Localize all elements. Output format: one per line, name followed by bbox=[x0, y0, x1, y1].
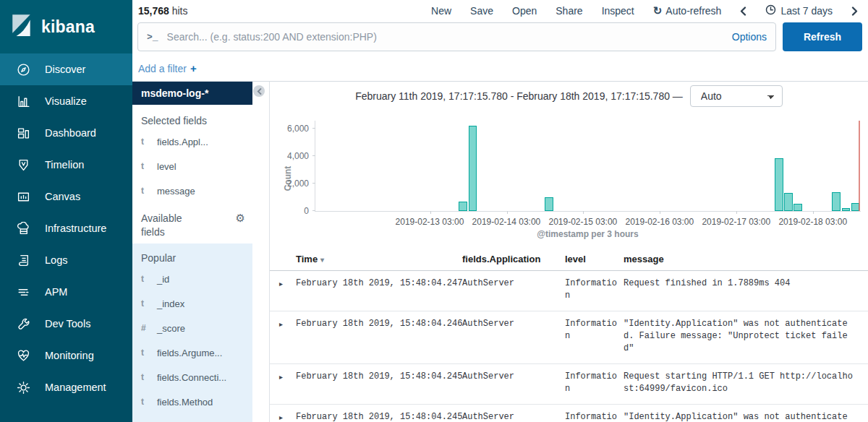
field-item[interactable]: t fields.Appl... bbox=[132, 129, 252, 154]
time-range-text: February 11th 2019, 17:17:15.780 - Febru… bbox=[355, 90, 683, 102]
sidebar-item-visualize[interactable]: Visualize bbox=[0, 85, 132, 117]
histogram-bar[interactable] bbox=[784, 193, 793, 211]
open-button[interactable]: Open bbox=[512, 5, 537, 17]
popular-fields-section: Popular t _id t _index # _score bbox=[132, 244, 252, 422]
histogram-header: February 11th 2019, 17:17:15.780 - Febru… bbox=[270, 82, 868, 111]
time-back-chevron[interactable] bbox=[740, 7, 746, 16]
add-filter-button[interactable]: Add a filter+ bbox=[138, 62, 197, 74]
histogram-bar[interactable] bbox=[469, 126, 477, 211]
sidebar-item-label: Discover bbox=[45, 64, 85, 75]
discover-main: February 11th 2019, 17:17:15.780 - Febru… bbox=[270, 82, 868, 422]
search-input[interactable] bbox=[167, 31, 725, 43]
kibana-app: kibana Discover Visualize Dashboard Time… bbox=[0, 0, 868, 422]
expand-row-caret[interactable]: ▸ bbox=[270, 277, 296, 302]
expand-row-caret[interactable]: ▸ bbox=[270, 371, 296, 395]
histogram-bar[interactable] bbox=[775, 158, 783, 211]
fields-sidebar: msdemo-log-* Selected fields t fields.Ap… bbox=[132, 82, 270, 422]
sidebar-item-dev-tools[interactable]: Dev Tools bbox=[0, 308, 132, 340]
cell-message: Request finished in 1.7889ms 404 bbox=[624, 277, 864, 302]
column-header-message[interactable]: message bbox=[624, 254, 864, 264]
refresh-button[interactable]: Refresh bbox=[783, 22, 862, 51]
table-row: ▸ February 18th 2019, 15:48:04.245 AuthS… bbox=[270, 405, 868, 422]
index-pattern-selector[interactable]: msdemo-log-* bbox=[132, 82, 252, 105]
x-axis-tick-label: 2019-02-18 03:00 bbox=[778, 217, 847, 227]
cell-level: Information bbox=[565, 371, 624, 395]
field-item[interactable]: t level bbox=[132, 154, 252, 178]
share-button[interactable]: Share bbox=[556, 5, 582, 17]
sidebar-item-label: Logs bbox=[45, 254, 67, 266]
sidebar-item-label: Canvas bbox=[45, 191, 80, 202]
column-header-time[interactable]: Time▾ bbox=[296, 254, 462, 264]
time-forward-chevron[interactable] bbox=[851, 7, 858, 16]
top-bar: 15,768 hits New Save Open Share Inspect … bbox=[132, 0, 868, 22]
table-header-row: Time▾ fields.Application level message bbox=[270, 254, 868, 271]
cell-time: February 18th 2019, 15:48:04.247 bbox=[296, 277, 462, 302]
histogram-bar[interactable] bbox=[832, 192, 841, 211]
histogram-bar[interactable] bbox=[459, 202, 467, 211]
cell-application: AuthServer bbox=[462, 411, 565, 422]
search-box[interactable]: >_ Options bbox=[137, 22, 776, 51]
inspect-button[interactable]: Inspect bbox=[602, 5, 634, 17]
sidebar-item-canvas[interactable]: Canvas bbox=[0, 181, 132, 212]
dashboard-grid-icon bbox=[16, 126, 30, 140]
histogram-bar[interactable] bbox=[793, 204, 802, 211]
easel-icon bbox=[16, 189, 30, 204]
collapse-sidebar-button[interactable] bbox=[253, 85, 265, 97]
kibana-logo-block[interactable]: kibana bbox=[0, 0, 132, 53]
field-item[interactable]: t fields.Argume... bbox=[132, 340, 252, 365]
sidebar-item-label: Management bbox=[45, 382, 106, 393]
field-item[interactable]: # _score bbox=[132, 316, 252, 340]
cell-time: February 18th 2019, 15:48:04.245 bbox=[296, 411, 462, 422]
gear-icon bbox=[16, 380, 30, 395]
sidebar-item-dashboard[interactable]: Dashboard bbox=[0, 117, 132, 149]
y-axis-tick-label: 2,000 bbox=[287, 178, 309, 189]
field-item[interactable]: t fields.Request... bbox=[132, 414, 252, 422]
histogram-chart: Count 02,0004,0006,000 2019-02-13 03:002… bbox=[315, 121, 861, 239]
field-type-icon: t bbox=[141, 298, 151, 309]
cell-application: AuthServer bbox=[462, 277, 565, 302]
x-axis-tick-label: 2019-02-13 03:00 bbox=[396, 217, 464, 227]
auto-refresh-button[interactable]: ↻Auto-refresh bbox=[653, 4, 722, 17]
cell-application: AuthServer bbox=[462, 318, 565, 355]
selected-fields-header: Selected fields bbox=[132, 105, 252, 129]
column-header-application[interactable]: fields.Application bbox=[462, 254, 565, 264]
compass-icon bbox=[16, 62, 30, 77]
field-item[interactable]: t fields.Method bbox=[132, 389, 252, 414]
sidebar-item-label: Infrastructure bbox=[45, 223, 106, 234]
sidebar-item-discover[interactable]: Discover bbox=[0, 53, 132, 85]
sidebar-item-logs[interactable]: Logs bbox=[0, 244, 132, 276]
interval-select[interactable]: Auto bbox=[690, 85, 783, 107]
sidebar-item-apm[interactable]: APM bbox=[0, 276, 132, 308]
sidebar-item-label: Monitoring bbox=[45, 350, 94, 361]
save-button[interactable]: Save bbox=[470, 5, 493, 17]
documents-table: Time▾ fields.Application level message ▸… bbox=[270, 254, 868, 422]
field-item[interactable]: t _index bbox=[132, 291, 252, 316]
cell-level: Information bbox=[565, 411, 624, 422]
field-settings-gear-icon[interactable]: ⚙ bbox=[236, 212, 245, 239]
query-bar: >_ Options Refresh bbox=[132, 22, 868, 55]
sidebar-item-infrastructure[interactable]: Infrastructure bbox=[0, 212, 132, 244]
sidebar-item-monitoring[interactable]: Monitoring bbox=[0, 340, 132, 371]
bar-chart-icon bbox=[16, 94, 30, 108]
field-item[interactable]: t message bbox=[132, 178, 252, 203]
column-header-level[interactable]: level bbox=[565, 254, 624, 264]
sidebar-item-management[interactable]: Management bbox=[0, 371, 132, 403]
histogram-plot: 02,0004,0006,000 bbox=[315, 121, 861, 212]
expand-row-caret[interactable]: ▸ bbox=[270, 411, 296, 422]
new-button[interactable]: New bbox=[431, 5, 451, 17]
field-type-icon: t bbox=[141, 186, 151, 196]
field-item[interactable]: t fields.Connecti... bbox=[132, 365, 252, 389]
x-axis-title: @timestamp per 3 hours bbox=[315, 229, 861, 239]
popular-header: Popular bbox=[132, 246, 252, 267]
field-item[interactable]: t _id bbox=[132, 267, 252, 291]
y-axis-tick-label: 4,000 bbox=[287, 151, 309, 161]
options-link[interactable]: Options bbox=[732, 31, 767, 43]
histogram-bar[interactable] bbox=[842, 208, 851, 211]
histogram-bar[interactable] bbox=[545, 197, 553, 211]
expand-row-caret[interactable]: ▸ bbox=[270, 318, 296, 355]
sidebar-item-timelion[interactable]: Timelion bbox=[0, 149, 132, 181]
field-type-icon: # bbox=[141, 323, 151, 333]
apm-lines-icon bbox=[16, 285, 30, 299]
time-range-picker[interactable]: Last 7 days bbox=[765, 4, 833, 17]
kibana-logo-icon bbox=[9, 13, 34, 40]
